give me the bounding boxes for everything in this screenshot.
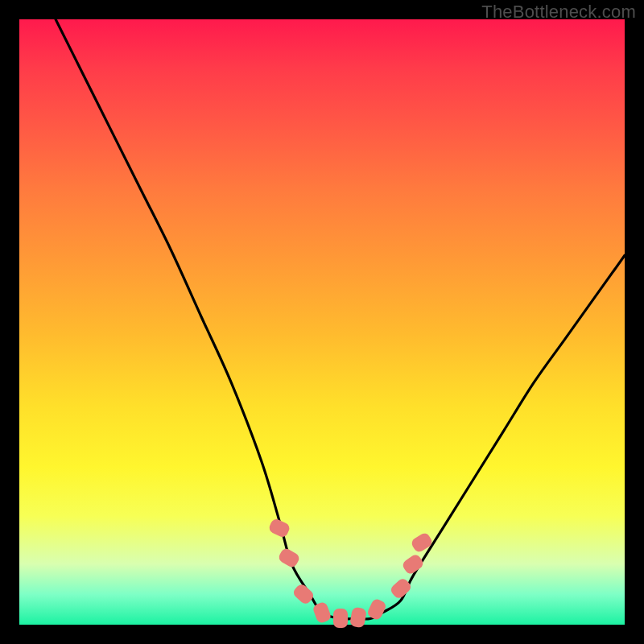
curve-marker [333,609,348,628]
watermark-text: TheBottleneck.com [481,2,636,23]
curve-svg [19,19,625,625]
chart-plot-area [19,19,625,625]
bottleneck-curve [56,19,625,619]
curve-marker [349,607,367,629]
